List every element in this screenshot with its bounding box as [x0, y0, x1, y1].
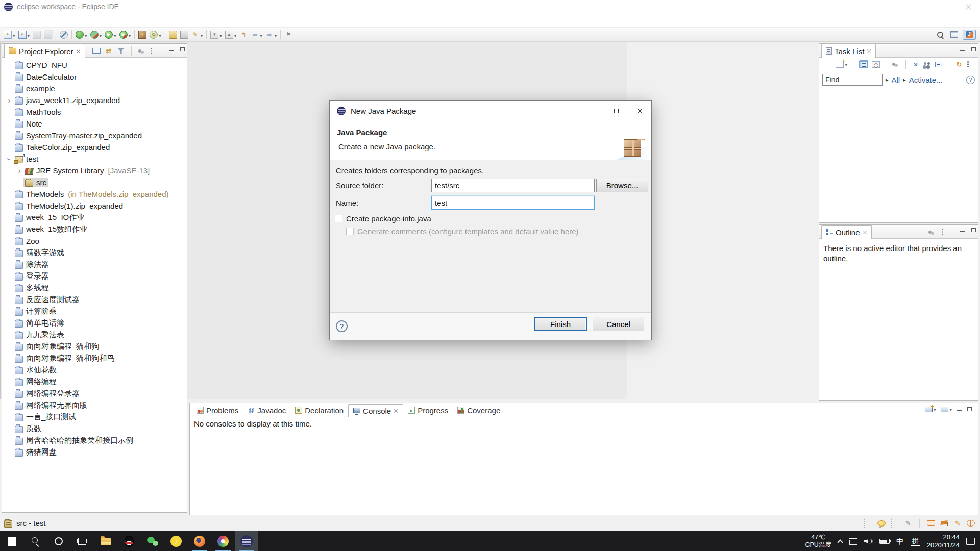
tree-item[interactable]: Note: [2, 118, 187, 130]
menu-item[interactable]: [21, 19, 31, 22]
maximize-view-icon[interactable]: [967, 407, 972, 411]
new-java-project-button[interactable]: ✦: [17, 29, 32, 40]
skip-breakpoints-button[interactable]: [58, 30, 69, 40]
annotate-button[interactable]: ✎: [190, 29, 205, 40]
minimize-view-icon[interactable]: [960, 231, 965, 232]
run-button[interactable]: ▶: [103, 29, 118, 40]
close-tab-icon[interactable]: [76, 49, 81, 54]
expand-arrow-icon[interactable]: [5, 96, 13, 105]
file-explorer-button[interactable]: [94, 531, 117, 551]
open-console-button[interactable]: [925, 405, 936, 413]
back-button[interactable]: ⇦: [249, 29, 264, 40]
tree-item[interactable]: SystemTray-master.zip_expanded: [2, 130, 187, 141]
tab-task-list[interactable]: Task List: [821, 44, 876, 58]
tree-item[interactable]: 网络编程登录器: [2, 388, 187, 399]
tree-item[interactable]: test: [2, 153, 187, 165]
menu-item[interactable]: [58, 19, 67, 22]
tree-item[interactable]: week_15_IO作业: [2, 212, 187, 223]
tree-item[interactable]: 反应速度测试器: [2, 294, 187, 306]
tree-item[interactable]: 网络编程: [2, 376, 187, 388]
profile-button[interactable]: ▶: [118, 29, 133, 40]
minimize-button[interactable]: [910, 0, 933, 13]
tree-item[interactable]: 计算阶乘: [2, 306, 187, 317]
tree-item[interactable]: 周含哈哈哈的抽象类和接口示例: [2, 435, 187, 446]
dropdown-arrow-icon[interactable]: [99, 30, 102, 39]
toolbar-search-button[interactable]: [935, 30, 946, 40]
lightbulb-icon[interactable]: [877, 519, 886, 528]
console-tab[interactable]: ▸ Progress: [403, 404, 453, 417]
dropdown-arrow-icon[interactable]: [233, 30, 237, 39]
menu-item[interactable]: [67, 19, 77, 22]
tree-item[interactable]: TakeColor.zip_expanded: [2, 141, 187, 153]
view-menu-icon[interactable]: [967, 60, 975, 68]
search-taskbar-button[interactable]: [23, 531, 47, 551]
coverage-button[interactable]: [89, 29, 104, 40]
notification-center-icon[interactable]: [966, 538, 975, 545]
here-link[interactable]: here: [561, 227, 576, 236]
dropdown-arrow-icon[interactable]: [113, 30, 116, 39]
find-input[interactable]: [822, 74, 883, 86]
menu-item[interactable]: [31, 19, 40, 22]
firefox-button[interactable]: [188, 531, 211, 551]
close-button[interactable]: [957, 0, 980, 13]
next-annotation-button[interactable]: ▼: [209, 29, 224, 40]
network-icon[interactable]: [849, 538, 857, 545]
web-icon[interactable]: [967, 519, 975, 528]
console-tab[interactable]: Declaration: [290, 404, 348, 417]
pin-editor-button[interactable]: ⚑: [283, 30, 294, 40]
dropdown-arrow-icon[interactable]: [128, 30, 131, 39]
console-tab[interactable]: Console: [348, 404, 403, 417]
focus-icon[interactable]: [928, 229, 936, 235]
tree-item[interactable]: 一言_接口测试: [2, 411, 187, 423]
filter-icon[interactable]: [117, 47, 125, 55]
task-view-button[interactable]: [70, 531, 94, 551]
tree-item[interactable]: 猪猪网盘: [2, 446, 187, 458]
menu-item[interactable]: [49, 19, 58, 22]
dropdown-arrow-icon[interactable]: [200, 30, 203, 39]
dropdown-arrow-icon[interactable]: [12, 30, 15, 39]
close-tab-icon[interactable]: [867, 49, 871, 54]
whats-new-icon[interactable]: [927, 519, 935, 528]
drag-handle[interactable]: [891, 519, 899, 528]
tree-item[interactable]: 多线程: [2, 282, 187, 294]
view-menu-icon[interactable]: [941, 229, 949, 236]
menu-item[interactable]: [40, 19, 49, 22]
open-perspective-button[interactable]: [949, 30, 960, 39]
dropdown-arrow-icon[interactable]: [84, 30, 87, 39]
cancel-button[interactable]: Cancel: [593, 317, 644, 331]
tree-item[interactable]: JRE System Library [JavaSE-13]: [2, 165, 187, 177]
tree-item[interactable]: TheModels(1).zip_expanded: [2, 200, 187, 212]
tree-item[interactable]: 面向对象编程_猫和狗: [2, 341, 187, 353]
tree-item[interactable]: Zoo: [2, 235, 187, 247]
maximize-view-icon[interactable]: [180, 47, 185, 51]
tree-item[interactable]: 面向对象编程_猫和狗和鸟: [2, 353, 187, 364]
paint-app-button[interactable]: [211, 531, 235, 551]
browse-button[interactable]: Browse...: [596, 179, 648, 192]
presentation-icon[interactable]: [892, 60, 900, 68]
tree-item[interactable]: 除法器: [2, 259, 187, 270]
hide-completed-icon[interactable]: ×: [912, 60, 920, 68]
expand-arrow-icon[interactable]: [15, 167, 23, 175]
open-type-button[interactable]: [167, 30, 179, 40]
tab-project-explorer[interactable]: Project Explorer: [4, 44, 85, 58]
dialog-help-icon[interactable]: ?: [336, 320, 348, 332]
expand-arrow-icon[interactable]: [5, 155, 13, 163]
tree-item[interactable]: 登录器: [2, 270, 187, 282]
tutorial-icon[interactable]: [940, 519, 948, 528]
drag-handle[interactable]: [864, 519, 872, 528]
tree-item[interactable]: 九九乘法表: [2, 329, 187, 341]
maximize-view-icon[interactable]: [971, 228, 976, 232]
update-button[interactable]: ↻: [148, 29, 163, 40]
help-icon[interactable]: ?: [966, 76, 975, 84]
focus-icon[interactable]: [138, 47, 146, 55]
console-tab[interactable]: @ Javadoc: [243, 404, 290, 417]
tree-item[interactable]: TheModels (in TheModels.zip_expanded): [2, 188, 187, 200]
tree-item[interactable]: 网络编程无界面版: [2, 399, 187, 411]
tree-item[interactable]: 质数: [2, 423, 187, 435]
last-edit-location-button[interactable]: ↰: [238, 30, 249, 40]
cortana-button[interactable]: [47, 531, 70, 551]
all-link[interactable]: All: [892, 76, 900, 84]
eclipse-taskbar-button[interactable]: [235, 531, 258, 551]
ime-mode-indicator[interactable]: 拼: [911, 537, 920, 546]
console-tab[interactable]: Problems: [192, 404, 243, 417]
